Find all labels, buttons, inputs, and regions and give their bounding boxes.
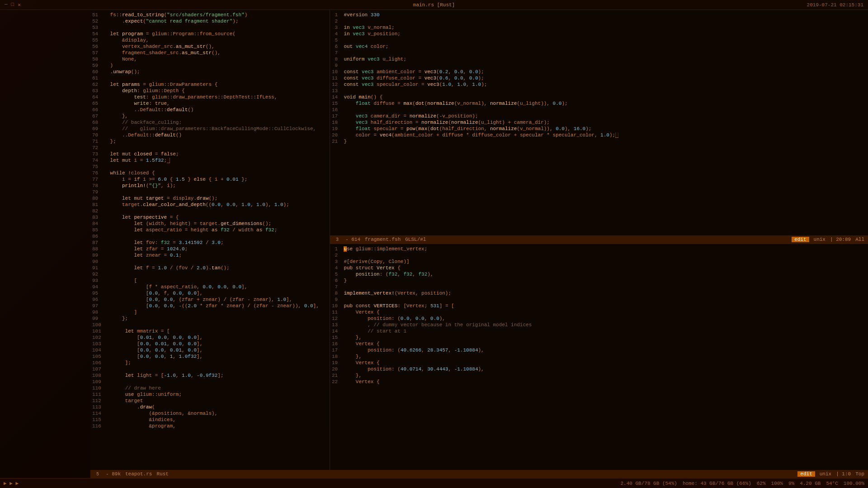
- brightness: 100%: [771, 481, 783, 486]
- maximize-btn[interactable]: □: [11, 2, 14, 8]
- right-pane: 1 #version 330 2 3 in vec3 v_normal; 4 i…: [330, 10, 868, 478]
- playback-controls: ▶ ▶ ▶: [4, 480, 19, 486]
- teapot-status-bar: 5 - 89k teapot.rs Rust edit unix | 1:0 T…: [90, 470, 868, 478]
- global-status-bar: ▶ ▶ ▶ 2.40 GB/78 GB (54%) home: 43 GB/76…: [0, 478, 868, 488]
- window-controls[interactable]: ─ □ ✕: [5, 2, 21, 8]
- position-teapot: | 1:0: [836, 471, 851, 477]
- temperature: 54°C: [826, 481, 838, 486]
- file-size-fragment: - 614: [345, 237, 360, 242]
- datetime: 2019-07-21 02:15:31: [807, 2, 863, 8]
- unknown-stat: 9%: [788, 481, 794, 486]
- code-area-vertex-vsh[interactable]: 1 use glium::implement_vertex; 2 3 #[der…: [330, 244, 868, 470]
- position-fragment: | 20:89: [830, 237, 851, 242]
- encoding-teapot: unix: [820, 471, 831, 477]
- close-btn[interactable]: ✕: [18, 2, 21, 8]
- edit-mode-teapot: edit: [797, 471, 815, 477]
- right-top-status-bar: 3 - 614 fragment.fsh GLSL/#l edit unix |…: [330, 235, 868, 244]
- filetype-teapot: Rust: [156, 471, 168, 477]
- power: 100.00%: [844, 481, 864, 486]
- code-area-fragment-fsh[interactable]: 1 #version 330 2 3 in vec3 v_normal; 4 i…: [330, 10, 868, 235]
- filetype-fragment: GLSL/#l: [405, 237, 426, 242]
- right-bottom-vertex-vsh: 1 use glium::implement_vertex; 2 3 #[der…: [330, 244, 868, 478]
- file-size-teapot: - 89k: [106, 471, 121, 477]
- left-pane-main-rs: 51 fs::read_to_string("src/shaders/fragm…: [90, 10, 330, 478]
- filename-teapot-rs: teapot.rs: [125, 471, 152, 477]
- code-area-main-rs[interactable]: 51 fs::read_to_string("src/shaders/fragm…: [90, 10, 330, 470]
- editor-container: 51 fs::read_to_string("src/shaders/fragm…: [90, 10, 868, 478]
- memory-2: 4.20 GB: [800, 481, 821, 486]
- title-bar: ─ □ ✕ main.rs [Rust] 2019-07-21 02:15:31: [0, 0, 868, 10]
- filename-fragment-fsh: fragment.fsh: [365, 237, 401, 242]
- flag-fragment: All: [855, 237, 864, 242]
- minimize-btn[interactable]: ─: [5, 2, 8, 8]
- split-number-3: 3: [334, 236, 341, 243]
- window-title: main.rs [Rust]: [413, 2, 455, 8]
- right-top-fragment-fsh: 1 #version 330 2 3 in vec3 v_normal; 4 i…: [330, 10, 868, 244]
- edit-mode-fragment: edit: [792, 237, 809, 242]
- flag-teapot: Top: [855, 471, 864, 477]
- home-disk: home: 43 GB/76 GB (66%): [683, 481, 751, 486]
- encoding-fragment: unix: [814, 237, 826, 242]
- system-status: 2.40 GB/78 GB (54%) home: 43 GB/76 GB (6…: [620, 481, 864, 486]
- sidebar: [0, 10, 90, 478]
- split-number-5: 5: [94, 470, 101, 478]
- cpu-usage: 62%: [757, 481, 766, 486]
- ram-usage: 2.40 GB/78 GB (54%): [620, 481, 677, 486]
